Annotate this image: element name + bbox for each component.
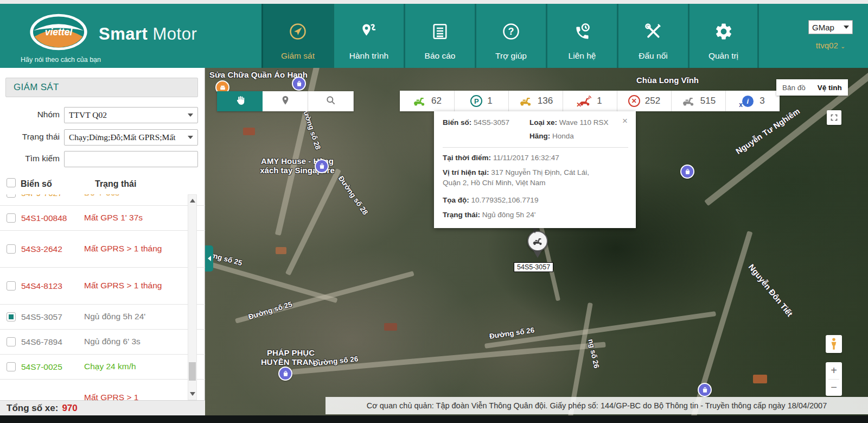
popup-field-label: Vị trí hiện tại: — [443, 168, 489, 176]
brand-block: viettel Smart Motor Hãy nói theo cách củ… — [16, 8, 255, 68]
scroll-up-arrow-icon[interactable] — [190, 199, 195, 203]
username: ttvq02 — [816, 41, 838, 50]
tab-hanh-trinh[interactable]: Hành trình — [333, 4, 404, 68]
parking-circle-icon: P — [470, 95, 482, 107]
shopping-bag-poi-icon[interactable] — [698, 383, 712, 397]
scrollbar-thumb[interactable] — [189, 362, 196, 381]
row-checkbox-checked[interactable] — [7, 312, 16, 321]
table-row[interactable]: 54P9-7627 Đỗ 4' 36s — [0, 194, 205, 206]
popup-field-value: Ngủ đông 5h 24' — [482, 211, 536, 219]
search-label: Tìm kiếm — [25, 154, 60, 163]
counter-running[interactable]: 62 — [400, 91, 454, 111]
row-checkbox[interactable] — [7, 213, 16, 223]
vehicle-plate: 54S4-8123 — [21, 281, 84, 291]
fullscreen-button[interactable] — [827, 110, 841, 125]
map-search-button[interactable] — [308, 91, 354, 111]
group-select[interactable]: TTVT Q02 — [64, 107, 198, 123]
vehicle-marker[interactable] — [527, 231, 548, 261]
table-row[interactable]: Mất GPRS > 1 — [0, 380, 205, 400]
total-vehicles-value: 970 — [62, 403, 77, 414]
map-type-satellite-button[interactable]: Vệ tinh — [812, 79, 848, 96]
main-nav: Giám sát Hành trình Báo cáo ? Trợ giúp L… — [261, 4, 759, 68]
table-row[interactable]: 54S4-8123 Mất GPRS > 1 tháng — [0, 268, 205, 305]
status-select[interactable]: Chạy;Dừng;Đỗ;Mất GPRS;Mất — [64, 129, 198, 146]
map-provider-value: GMap — [812, 23, 834, 32]
row-checkbox[interactable] — [7, 281, 16, 291]
shopping-bag-poi-icon[interactable] — [278, 367, 292, 381]
row-checkbox[interactable] — [7, 244, 16, 254]
popup-field-label: Loại xe: — [529, 118, 557, 127]
vehicle-plate: 54P9-7627 — [21, 194, 84, 198]
zoom-in-button[interactable]: + — [826, 362, 842, 379]
tab-tro-giup[interactable]: ? Trợ giúp — [475, 4, 546, 68]
map-canvas[interactable]: Sửa Chữa Quần Áo Hạnh Chùa Long Vĩnh AMY… — [205, 68, 868, 415]
row-checkbox[interactable] — [7, 194, 16, 198]
tab-lien-he[interactable]: Liên hệ — [546, 4, 617, 68]
sidebar-title: GIÁM SÁT — [5, 78, 198, 97]
shopping-bag-poi-icon[interactable] — [292, 77, 306, 91]
counter-value: 3 — [760, 96, 764, 106]
select-arrow-icon — [188, 113, 193, 117]
table-row-selected[interactable]: 54S5-3057 Ngủ đông 5h 24' — [0, 305, 205, 330]
popup-close-icon[interactable]: × — [621, 117, 629, 125]
shopping-bag-poi-icon[interactable] — [680, 165, 694, 179]
app-title: Smart Motor — [99, 24, 197, 44]
group-label: Nhóm — [37, 110, 60, 119]
scroll-down-arrow-icon[interactable] — [190, 392, 195, 396]
counter-sleep[interactable]: 515 — [671, 91, 725, 111]
map-road-label: Nguyễn Đôn Tiết — [747, 262, 795, 318]
zoom-out-button[interactable]: − — [826, 380, 842, 396]
window-bottom-strip — [0, 415, 868, 423]
popup-divider — [443, 147, 628, 148]
map-poi-label: Chùa Long Vĩnh — [636, 75, 699, 85]
vehicle-plate: 54S6-7894 — [21, 337, 84, 347]
tab-label: Đấu nối — [639, 51, 667, 61]
viettel-logo: viettel — [28, 12, 89, 54]
row-checkbox[interactable] — [7, 362, 16, 371]
counter-value: 1 — [487, 96, 492, 106]
map-type-roadmap-button[interactable]: Bản đồ — [776, 79, 812, 96]
map-provider-select[interactable]: GMap — [808, 20, 853, 34]
counter-parking[interactable]: P 1 — [454, 91, 508, 111]
list-scrollbar[interactable] — [188, 194, 197, 400]
select-all-checkbox[interactable] — [7, 178, 16, 187]
tab-giam-sat[interactable]: Giám sát — [261, 4, 333, 68]
map-road-label: Đường số 25 — [247, 300, 293, 321]
status-label: Trạng thái — [22, 132, 60, 142]
table-row[interactable]: 54S6-7894 Ngủ đông 6' 3s — [0, 330, 205, 355]
shopping-bag-poi-icon[interactable] — [315, 159, 329, 173]
row-checkbox[interactable] — [7, 337, 16, 346]
search-row: Tìm kiếm — [0, 151, 205, 167]
tab-dau-noi[interactable]: Đấu nối — [617, 4, 688, 68]
app-header: viettel Smart Motor Hãy nói theo cách củ… — [0, 4, 868, 68]
vehicle-status: Ngủ đông 5h 24' — [84, 311, 176, 323]
status-filter-row: Trạng thái Chạy;Dừng;Đỗ;Mất GPRS;Mất — [0, 129, 205, 146]
counter-disconnected[interactable]: i x 3 — [725, 91, 780, 111]
tab-quan-tri[interactable]: Quản trị — [688, 4, 759, 68]
vehicle-table-header: Biển số Trạng thái — [0, 179, 205, 194]
map-type-switch: Bản đồ Vệ tinh — [776, 79, 848, 96]
street-view-pegman-button[interactable] — [826, 335, 842, 353]
table-row[interactable]: 54S1-00848 Mất GPS 1' 37s — [0, 206, 205, 231]
viettel-logo-text: viettel — [45, 27, 73, 37]
select-arrow-icon — [844, 26, 849, 29]
tab-label: Liên hệ — [569, 51, 596, 61]
search-input[interactable] — [64, 151, 198, 167]
table-row[interactable]: 54S3-2642 Mất GPRS > 1 tháng — [0, 231, 205, 268]
marker-scooter-icon — [527, 231, 548, 251]
counter-lost-gps[interactable]: ✕ 252 — [617, 91, 671, 111]
tab-bao-cao[interactable]: Báo cáo — [404, 4, 475, 68]
select-arrow-icon — [188, 136, 193, 139]
user-menu[interactable]: ttvq02 ⌄ — [801, 41, 860, 50]
table-row[interactable]: 54S7-0025 Chạy 24 km/h — [0, 355, 205, 380]
vehicle-status-counters: 62 P 1 136 ✕ 1 ✕ 252 515 — [400, 91, 780, 111]
map-zoom-control: + − — [826, 362, 842, 396]
sidebar-collapse-handle[interactable] — [205, 245, 213, 272]
pan-hand-tool-button[interactable] — [217, 91, 263, 111]
vehicle-status: Mất GPS 1' 37s — [84, 212, 176, 224]
counter-parked[interactable]: 136 — [508, 91, 563, 111]
vehicle-status: Đỗ 4' 36s — [84, 194, 176, 199]
place-marker-tool-button[interactable] — [263, 91, 308, 111]
counter-lost-gprs[interactable]: ✕ 1 — [563, 91, 617, 111]
gear-icon — [714, 17, 733, 46]
